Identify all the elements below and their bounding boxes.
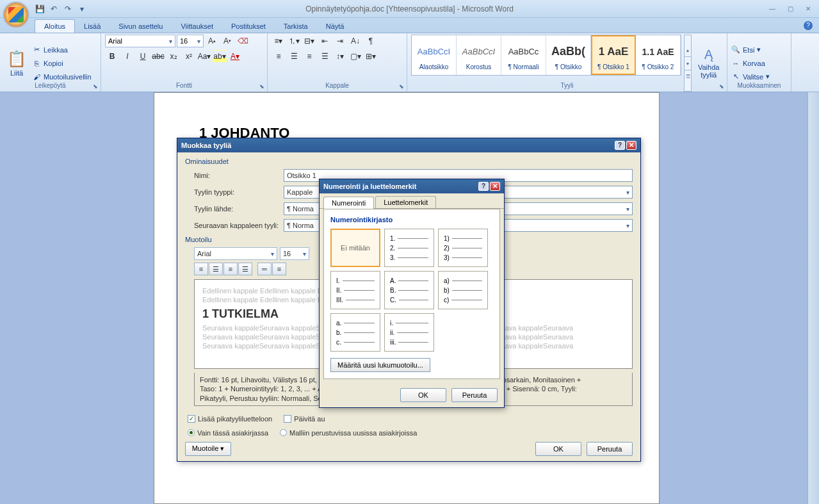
replace-button[interactable]: ↔Korvaa xyxy=(731,58,770,69)
undo-icon[interactable]: ↶ xyxy=(49,4,59,14)
font-name-select[interactable]: Arial▾ xyxy=(105,35,175,47)
align-right-button[interactable]: ≡ xyxy=(302,50,316,63)
modify-close-button[interactable]: ✕ xyxy=(626,141,637,150)
help-icon[interactable]: ? xyxy=(804,21,813,30)
modify-size-select[interactable]: 16▾ xyxy=(280,247,309,260)
numbering-cancel-button[interactable]: Peruuta xyxy=(451,388,498,402)
format-painter-button[interactable]: 🖌Muotoilusivellin xyxy=(32,71,92,83)
copy-button[interactable]: ⎘Kopioi xyxy=(32,58,92,69)
font-label: Fontti xyxy=(101,81,267,92)
modify-font-select[interactable]: Arial▾ xyxy=(194,247,277,260)
style-heading2[interactable]: 1.1 AaE¶ Otsikko 2 xyxy=(636,35,681,75)
clipboard-launcher[interactable]: ⬊ xyxy=(92,83,99,90)
m-spacing-2[interactable]: ≡ xyxy=(272,263,286,275)
bold-button[interactable]: B xyxy=(105,50,119,63)
superscript-button[interactable]: x² xyxy=(182,50,196,63)
modify-cancel-button[interactable]: Peruuta xyxy=(587,442,633,456)
numbering-ok-button[interactable]: OK xyxy=(400,388,446,402)
modify-ok-button[interactable]: OK xyxy=(535,442,581,456)
line-spacing-button[interactable]: ↕▾ xyxy=(333,50,347,63)
close-button[interactable]: ✕ xyxy=(801,4,815,13)
tab-insert[interactable]: Lisää xyxy=(75,20,109,33)
office-button[interactable] xyxy=(3,1,29,28)
indent-dec-button[interactable]: ⇤ xyxy=(318,35,332,47)
m-align-right[interactable]: ≡ xyxy=(223,263,238,275)
clear-format-button[interactable]: ⌫ xyxy=(236,35,250,47)
italic-button[interactable]: I xyxy=(120,50,134,63)
num-alpha-lower-paren[interactable]: a)b)c) xyxy=(438,271,488,309)
format-menu-button[interactable]: Muotoile ▾ xyxy=(185,442,231,456)
font-launcher[interactable]: ⬊ xyxy=(258,83,266,90)
align-justify-button[interactable]: ☰ xyxy=(318,50,332,63)
num-roman-upper[interactable]: I.II.III. xyxy=(330,271,380,309)
find-button[interactable]: 🔍Etsi ▾ xyxy=(731,44,770,56)
qat-customize-icon[interactable]: ▾ xyxy=(77,4,87,14)
num-decimal-dot[interactable]: 1.2.3. xyxy=(384,229,434,267)
underline-button[interactable]: U xyxy=(136,50,150,63)
numbering-help-button[interactable]: ? xyxy=(478,182,489,191)
add-quick-check[interactable]: ✓Lisää pikatyyliluetteloon xyxy=(188,415,272,423)
tab-bullets[interactable]: Luettelomerkit xyxy=(375,196,436,208)
multilevel-button[interactable]: ⊟▾ xyxy=(302,35,316,47)
show-marks-button[interactable]: ¶ xyxy=(364,35,378,47)
numbering-button[interactable]: ⒈▾ xyxy=(287,35,301,47)
style-emphasis[interactable]: AaBbCcIKorostus xyxy=(457,35,501,75)
highlight-button[interactable]: ab▾ xyxy=(213,50,227,63)
cut-button[interactable]: ✂Leikkaa xyxy=(32,44,92,56)
m-align-left[interactable]: ≡ xyxy=(194,263,208,275)
tab-view[interactable]: Näytä xyxy=(317,20,353,33)
maximize-button[interactable]: ▢ xyxy=(783,4,797,13)
vertical-scrollbar[interactable] xyxy=(807,92,819,504)
styles-launcher[interactable]: ⬊ xyxy=(718,83,726,90)
tab-mailings[interactable]: Postitukset xyxy=(222,20,275,33)
m-spacing-1[interactable]: ═ xyxy=(257,263,272,275)
num-none[interactable]: Ei mitään xyxy=(330,229,380,267)
minimize-button[interactable]: — xyxy=(765,4,779,13)
tab-review[interactable]: Tarkista xyxy=(275,20,317,33)
shrink-font-button[interactable]: A▾ xyxy=(220,35,234,47)
paragraph-launcher[interactable]: ⬊ xyxy=(398,83,405,90)
style-heading1[interactable]: 1 AaE¶ Otsikko 1 xyxy=(591,35,636,75)
sort-button[interactable]: A↓ xyxy=(348,35,362,47)
bullets-button[interactable]: ≡▾ xyxy=(272,35,286,47)
subscript-button[interactable]: x₂ xyxy=(166,50,181,63)
only-doc-radio[interactable]: Vain tässä asiakirjassa xyxy=(188,429,268,437)
strike-button[interactable]: abc xyxy=(151,50,165,63)
indent-inc-button[interactable]: ⇥ xyxy=(333,35,347,47)
style-heading[interactable]: AaBb(¶ Otsikko xyxy=(546,35,591,75)
redo-icon[interactable]: ↷ xyxy=(63,4,73,14)
numbering-close-button[interactable]: ✕ xyxy=(490,182,500,191)
align-left-button[interactable]: ≡ xyxy=(272,50,286,63)
tab-numbering[interactable]: Numerointi xyxy=(323,197,374,209)
tab-layout[interactable]: Sivun asettelu xyxy=(109,20,172,33)
window-title: Opinnäytetyöpohja.doc [Yhteensopivuustil… xyxy=(305,4,514,13)
save-icon[interactable]: 💾 xyxy=(35,4,45,14)
num-alpha-lower-dot[interactable]: a.b.c. xyxy=(330,313,380,352)
style-scroll-down[interactable]: ▾ xyxy=(685,57,691,70)
borders-button[interactable]: ⊞▾ xyxy=(364,50,378,63)
tab-home[interactable]: Aloitus xyxy=(35,19,75,33)
shading-button[interactable]: ▢▾ xyxy=(348,50,362,63)
font-color-button[interactable]: A▾ xyxy=(228,50,242,63)
modify-dialog-titlebar[interactable]: Muokkaa tyyliä ? ✕ xyxy=(177,138,640,152)
new-docs-radio[interactable]: Malliin perustuvissa uusissa asiakirjois… xyxy=(280,429,417,437)
change-case-button[interactable]: Aa▾ xyxy=(197,50,211,63)
m-align-justify[interactable]: ☰ xyxy=(238,263,252,275)
define-new-format-button[interactable]: Määritä uusi lukumuotoilu... xyxy=(330,358,430,372)
num-decimal-paren[interactable]: 1)2)3) xyxy=(438,229,488,267)
modify-help-button[interactable]: ? xyxy=(615,141,625,150)
grow-font-button[interactable]: A▴ xyxy=(205,35,219,47)
num-roman-lower[interactable]: i.ii.iii. xyxy=(384,313,434,352)
tab-references[interactable]: Viittaukset xyxy=(172,20,222,33)
style-scroll-up[interactable]: ▴ xyxy=(685,44,691,57)
auto-update-check[interactable]: Päivitä au xyxy=(284,415,325,423)
numbering-titlebar[interactable]: Numerointi ja luettelomerkit ? ✕ xyxy=(320,179,504,193)
style-subtitle[interactable]: AaBbCcIAlaotsikko xyxy=(412,35,457,75)
style-normal[interactable]: AaBbCc¶ Normaali xyxy=(501,35,546,75)
font-size-select[interactable]: 16▾ xyxy=(177,35,204,47)
num-alpha-upper[interactable]: A.B.C. xyxy=(384,271,434,309)
select-button[interactable]: ↖Valitse ▾ xyxy=(731,71,770,83)
m-align-center[interactable]: ☰ xyxy=(209,263,223,275)
style-gallery[interactable]: AaBbCcIAlaotsikko AaBbCcIKorostus AaBbCc… xyxy=(411,35,681,76)
align-center-button[interactable]: ☰ xyxy=(287,50,301,63)
